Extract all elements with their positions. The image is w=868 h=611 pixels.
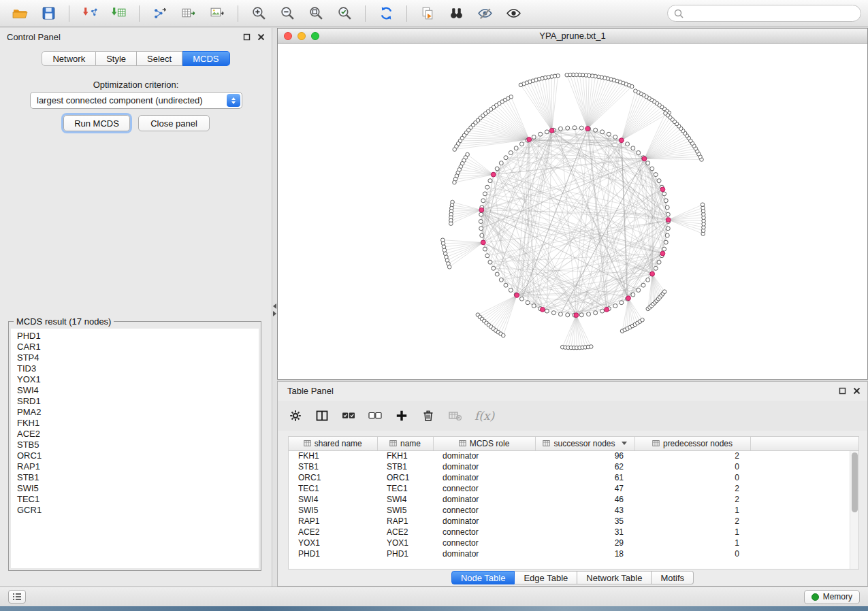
- table-row[interactable]: PHD1PHD1dominator180: [289, 548, 858, 559]
- network-hub-node[interactable]: [585, 127, 590, 131]
- network-node[interactable]: [594, 311, 598, 315]
- deselect-all-icon[interactable]: [368, 409, 382, 423]
- table-row[interactable]: RAP1RAP1dominator352: [289, 516, 858, 527]
- network-hub-node[interactable]: [515, 293, 519, 298]
- import-network-button[interactable]: [77, 3, 103, 24]
- network-leaf-node[interactable]: [662, 290, 666, 294]
- network-node[interactable]: [519, 142, 524, 146]
- network-node[interactable]: [504, 156, 508, 160]
- float-panel-icon[interactable]: [839, 387, 846, 395]
- network-node[interactable]: [539, 132, 543, 136]
- network-leaf-node[interactable]: [634, 89, 638, 93]
- network-node[interactable]: [607, 132, 611, 136]
- search-box[interactable]: [667, 5, 861, 22]
- add-column-icon[interactable]: [395, 409, 408, 423]
- network-window-titlebar[interactable]: YPA_prune.txt_1: [278, 29, 867, 44]
- network-node[interactable]: [545, 309, 549, 313]
- network-hub-node[interactable]: [619, 138, 624, 143]
- tab-network-table[interactable]: Network Table: [577, 571, 652, 584]
- network-hub-node[interactable]: [479, 208, 484, 212]
- network-node[interactable]: [509, 288, 513, 292]
- export-network-button[interactable]: [147, 3, 173, 24]
- network-leaf-node[interactable]: [449, 222, 453, 226]
- network-hub-node[interactable]: [605, 308, 609, 312]
- network-hub-node[interactable]: [626, 296, 631, 301]
- network-node[interactable]: [654, 173, 658, 177]
- network-node[interactable]: [662, 192, 666, 196]
- network-node[interactable]: [479, 227, 483, 231]
- network-node[interactable]: [519, 297, 524, 301]
- network-leaf-node[interactable]: [519, 83, 523, 87]
- network-node[interactable]: [532, 304, 536, 308]
- table-row[interactable]: ORC1ORC1dominator610: [289, 472, 858, 483]
- network-node[interactable]: [499, 161, 503, 165]
- open-session-button[interactable]: [7, 3, 33, 24]
- mcds-result-item[interactable]: TEC1: [11, 494, 259, 505]
- export-table-button[interactable]: [176, 3, 202, 24]
- save-session-button[interactable]: [35, 3, 61, 24]
- tab-mcds[interactable]: MCDS: [182, 51, 229, 66]
- network-node[interactable]: [499, 278, 503, 282]
- network-node[interactable]: [483, 192, 487, 196]
- network-node[interactable]: [650, 167, 654, 171]
- network-node[interactable]: [613, 135, 617, 139]
- network-node[interactable]: [665, 205, 669, 210]
- network-hub-node[interactable]: [660, 251, 665, 256]
- network-hub-node[interactable]: [574, 313, 579, 318]
- mcds-result-item[interactable]: PMA2: [11, 407, 259, 418]
- mcds-result-item[interactable]: SWI4: [11, 385, 259, 396]
- network-canvas[interactable]: [278, 44, 867, 379]
- mcds-result-item[interactable]: SRD1: [11, 396, 259, 407]
- network-node[interactable]: [657, 260, 661, 264]
- mcds-result-item[interactable]: STP4: [11, 352, 259, 363]
- tab-style[interactable]: Style: [96, 51, 137, 66]
- table-row[interactable]: ACE2ACE2connector311: [289, 527, 858, 538]
- network-node[interactable]: [600, 309, 605, 313]
- window-minimize-button[interactable]: [298, 32, 306, 40]
- column-header-predecessor-nodes[interactable]: predecessor nodes: [634, 437, 750, 450]
- network-node[interactable]: [579, 126, 583, 130]
- network-node[interactable]: [631, 146, 635, 150]
- network-node[interactable]: [657, 179, 661, 183]
- network-node[interactable]: [558, 127, 562, 131]
- memory-button[interactable]: Memory: [804, 590, 860, 604]
- mcds-result-item[interactable]: RAP1: [11, 461, 259, 472]
- network-node[interactable]: [514, 146, 518, 150]
- tab-network[interactable]: Network: [42, 51, 96, 66]
- window-close-button[interactable]: [284, 32, 292, 40]
- mcds-result-item[interactable]: SWI5: [11, 483, 259, 494]
- mcds-result-item[interactable]: CAR1: [11, 342, 259, 352]
- close-panel-icon[interactable]: [257, 33, 265, 41]
- table-row[interactable]: SWI5SWI5connector431: [289, 505, 858, 516]
- column-header-name[interactable]: name: [377, 437, 433, 450]
- zoom-in-button[interactable]: [246, 3, 272, 24]
- network-node[interactable]: [495, 272, 499, 276]
- zoom-fit-button[interactable]: [303, 3, 329, 24]
- network-leaf-node[interactable]: [502, 333, 506, 337]
- export-image-button[interactable]: [204, 3, 230, 24]
- network-node[interactable]: [485, 185, 489, 189]
- tab-motifs[interactable]: Motifs: [652, 571, 694, 584]
- network-node[interactable]: [495, 167, 499, 171]
- network-node[interactable]: [664, 240, 668, 244]
- network-node[interactable]: [481, 199, 485, 203]
- network-node[interactable]: [558, 312, 562, 316]
- network-node[interactable]: [526, 301, 530, 305]
- hide-selected-button[interactable]: [472, 3, 498, 24]
- table-row[interactable]: TEC1TEC1connector472: [289, 483, 858, 494]
- network-node[interactable]: [626, 142, 630, 146]
- copy-view-button[interactable]: [415, 3, 440, 24]
- table-scrollbar[interactable]: [850, 451, 858, 569]
- network-node[interactable]: [488, 260, 492, 264]
- float-panel-icon[interactable]: [243, 33, 251, 41]
- network-node[interactable]: [545, 130, 549, 134]
- network-node[interactable]: [480, 233, 484, 237]
- table-settings-gear-icon[interactable]: [289, 409, 302, 423]
- network-leaf-node[interactable]: [453, 180, 457, 184]
- network-hub-node[interactable]: [650, 271, 655, 276]
- mcds-result-item[interactable]: TID3: [11, 363, 259, 374]
- network-node[interactable]: [664, 199, 668, 203]
- import-table-button[interactable]: [106, 3, 131, 24]
- refresh-view-button[interactable]: [373, 3, 399, 24]
- network-leaf-node[interactable]: [589, 345, 593, 349]
